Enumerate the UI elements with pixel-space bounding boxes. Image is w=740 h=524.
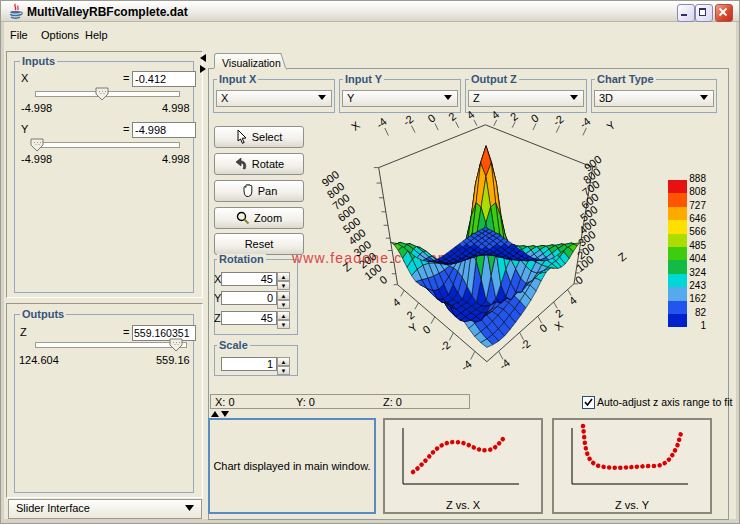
svg-text:4: 4 [567, 294, 579, 307]
svg-text:X: X [552, 318, 566, 332]
svg-text:X: X [349, 118, 363, 132]
svg-text:0: 0 [377, 273, 389, 286]
svg-text:0: 0 [425, 112, 437, 125]
svg-text:Y: Y [406, 320, 420, 334]
svg-text:0: 0 [537, 321, 549, 334]
svg-text:4: 4 [390, 296, 402, 309]
svg-text:-2: -2 [437, 338, 452, 353]
svg-text:-2: -2 [518, 337, 533, 352]
svg-text:2: 2 [553, 307, 565, 320]
svg-text:0: 0 [529, 112, 541, 125]
svg-text:900: 900 [582, 153, 604, 174]
svg-text:-4: -4 [497, 356, 512, 371]
svg-text:4: 4 [489, 110, 501, 121]
svg-text:2: 2 [404, 308, 416, 321]
svg-text:Y: Y [604, 118, 618, 132]
svg-text:Z: Z [341, 260, 354, 274]
svg-text:0: 0 [420, 323, 432, 336]
svg-text:2: 2 [446, 110, 458, 123]
svg-text:-4: -4 [459, 358, 474, 373]
svg-text:-4: -4 [577, 115, 592, 130]
svg-text:-2: -2 [551, 113, 566, 128]
svg-text:-4: -4 [374, 115, 389, 130]
svg-text:-2: -2 [400, 113, 415, 128]
svg-text:Z: Z [616, 250, 629, 264]
svg-text:4: 4 [464, 110, 476, 121]
svg-text:2: 2 [508, 110, 520, 123]
svg-text:0: 0 [573, 273, 585, 286]
